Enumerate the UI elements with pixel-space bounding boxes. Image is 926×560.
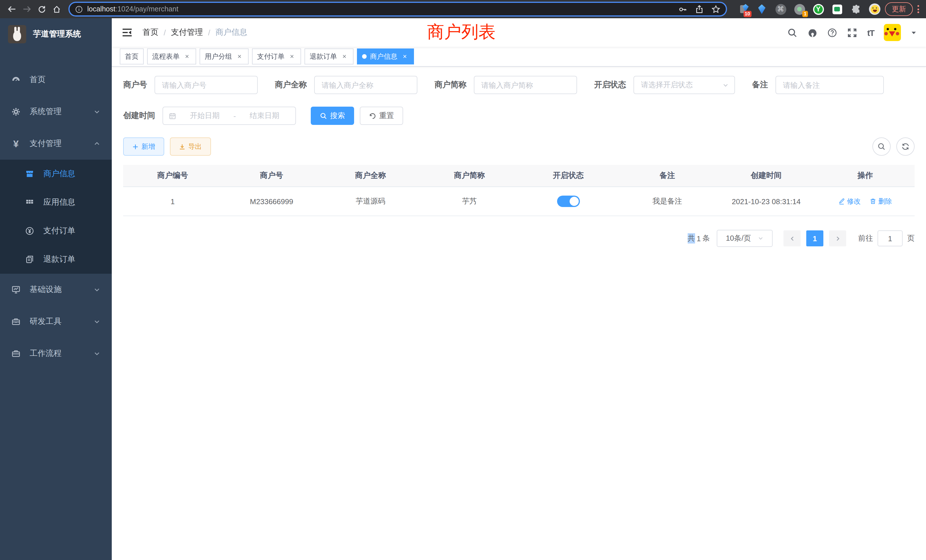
bookmark-star-icon[interactable] bbox=[712, 5, 720, 14]
prev-page-button[interactable] bbox=[784, 230, 800, 246]
extensions-puzzle-icon[interactable] bbox=[850, 3, 862, 15]
command-glyph: ⌘ bbox=[775, 4, 786, 15]
breadcrumb-home[interactable]: 首页 bbox=[142, 27, 159, 38]
sidebar-item-payment[interactable]: ¥ 支付管理 bbox=[0, 128, 112, 160]
header-search-icon[interactable] bbox=[787, 27, 798, 38]
toggle-search-button[interactable] bbox=[872, 138, 891, 156]
address-bar-actions bbox=[679, 5, 720, 14]
filter-row-2: 创建时间 开始日期 - 结束日期 搜索 bbox=[123, 107, 915, 125]
close-icon[interactable]: × bbox=[236, 53, 244, 61]
close-icon[interactable]: × bbox=[183, 53, 191, 61]
tab-merchant-info[interactable]: 商户信息 × bbox=[357, 48, 414, 64]
tab-user-group[interactable]: 用户分组 × bbox=[200, 48, 249, 64]
fullscreen-icon[interactable] bbox=[847, 27, 858, 38]
cell-merchant-no: M233666999 bbox=[222, 197, 321, 206]
sidebar-item-dev-tools[interactable]: 研发工具 bbox=[0, 306, 112, 338]
current-page-button[interactable]: 1 bbox=[806, 230, 823, 246]
close-icon[interactable]: × bbox=[401, 53, 409, 61]
share-icon[interactable] bbox=[695, 5, 704, 14]
page-unit: 页 bbox=[907, 233, 915, 244]
status-select[interactable]: 请选择开启状态 bbox=[634, 76, 735, 94]
sidebar-item-pay-orders[interactable]: 支付订单 bbox=[0, 217, 112, 245]
address-bar[interactable]: localhost:1024/pay/merchant bbox=[68, 2, 727, 17]
page-size-value: 10条/页 bbox=[726, 233, 751, 244]
merchant-table: 商户编号 商户号 商户全称 商户简称 开启状态 备注 创建时间 操作 1 M23… bbox=[123, 165, 915, 216]
goto-page-input[interactable] bbox=[878, 230, 903, 246]
extension-downloads-icon[interactable]: 10 bbox=[737, 3, 749, 15]
extension-balloon-icon[interactable] bbox=[756, 3, 767, 15]
avatar-caret-icon[interactable] bbox=[911, 29, 917, 36]
close-icon[interactable]: × bbox=[288, 53, 296, 61]
page-size-select[interactable]: 10条/页 bbox=[717, 230, 773, 247]
app-window: 芋道管理系统 首页 系统管理 bbox=[0, 18, 926, 560]
tab-pay-orders[interactable]: 支付订单 × bbox=[252, 48, 301, 64]
sidebar-item-label: 系统管理 bbox=[30, 107, 62, 117]
back-arrow-icon bbox=[8, 5, 17, 14]
browser-back-button[interactable] bbox=[5, 2, 20, 17]
sidebar-logo[interactable]: 芋道管理系统 bbox=[0, 18, 112, 50]
sidebar-item-home[interactable]: 首页 bbox=[0, 64, 112, 96]
reset-label: 重置 bbox=[379, 110, 394, 121]
sidebar-item-workflow[interactable]: 工作流程 bbox=[0, 338, 112, 369]
puzzle-icon bbox=[851, 4, 861, 14]
refresh-icon bbox=[369, 112, 376, 120]
font-size-icon[interactable]: tT bbox=[867, 28, 874, 37]
tab-home[interactable]: 首页 bbox=[120, 48, 144, 64]
extension-chat-icon[interactable] bbox=[831, 3, 843, 15]
browser-profile-avatar[interactable] bbox=[869, 3, 881, 15]
extension-command-icon[interactable]: ⌘ bbox=[775, 3, 786, 15]
sidebar-item-label: 研发工具 bbox=[30, 316, 62, 327]
delete-link[interactable]: 删除 bbox=[870, 197, 892, 206]
cell-merchant-id: 1 bbox=[123, 197, 222, 206]
sidebar-item-system[interactable]: 系统管理 bbox=[0, 96, 112, 128]
table-toolbar: 新增 导出 bbox=[123, 138, 915, 156]
browser-update-button[interactable]: 更新 bbox=[885, 2, 913, 16]
breadcrumb-payment[interactable]: 支付管理 bbox=[171, 27, 203, 38]
date-range-picker[interactable]: 开始日期 - 结束日期 bbox=[162, 107, 296, 125]
field-label: 商户简称 bbox=[434, 80, 466, 90]
tags-view-bar: 首页 流程表单 × 用户分组 × 支付订单 × 退款订单 × bbox=[112, 47, 926, 67]
short-name-input[interactable] bbox=[474, 76, 576, 94]
merchant-no-input[interactable] bbox=[155, 76, 257, 94]
sidebar-item-refund-orders[interactable]: 退款订单 bbox=[0, 245, 112, 274]
gear-icon bbox=[11, 107, 21, 117]
status-toggle[interactable] bbox=[557, 195, 580, 207]
breadcrumb: 首页 / 支付管理 / 商户信息 bbox=[142, 27, 247, 38]
plus-icon bbox=[132, 144, 139, 150]
site-info-icon[interactable] bbox=[75, 5, 83, 13]
browser-forward-button[interactable] bbox=[20, 2, 34, 17]
export-button[interactable]: 导出 bbox=[170, 138, 211, 156]
remark-input[interactable] bbox=[776, 76, 883, 94]
tab-label: 支付订单 bbox=[257, 51, 284, 61]
edit-link[interactable]: 修改 bbox=[838, 197, 861, 206]
refresh-table-button[interactable] bbox=[896, 138, 915, 156]
reset-button[interactable]: 重置 bbox=[360, 107, 403, 125]
edit-pencil-icon bbox=[838, 198, 845, 205]
user-avatar[interactable] bbox=[884, 24, 901, 41]
help-icon[interactable] bbox=[828, 27, 838, 38]
browser-reload-button[interactable] bbox=[34, 2, 49, 17]
tab-refund-orders[interactable]: 退款订单 × bbox=[304, 48, 354, 64]
sidebar-item-infrastructure[interactable]: 基础设施 bbox=[0, 274, 112, 306]
cell-remark: 我是备注 bbox=[618, 196, 717, 206]
sidebar-item-app-info[interactable]: 应用信息 bbox=[0, 188, 112, 217]
next-page-button[interactable] bbox=[829, 230, 846, 246]
full-name-input[interactable] bbox=[315, 76, 417, 94]
payment-submenu: 商户信息 应用信息 支付订单 bbox=[0, 160, 112, 274]
search-button[interactable]: 搜索 bbox=[311, 107, 354, 125]
tab-process-form[interactable]: 流程表单 × bbox=[147, 48, 196, 64]
add-button[interactable]: 新增 bbox=[123, 138, 164, 156]
browser-home-button[interactable] bbox=[49, 2, 64, 17]
close-icon[interactable]: × bbox=[340, 53, 348, 61]
extension-y-icon[interactable]: Y bbox=[813, 3, 824, 15]
extension-status-icon[interactable]: 1 bbox=[794, 3, 805, 15]
browser-menu-icon[interactable] bbox=[917, 5, 919, 13]
github-icon[interactable] bbox=[807, 27, 818, 38]
url-host: localhost bbox=[87, 5, 115, 13]
sidebar-item-merchant-info[interactable]: 商户信息 bbox=[0, 160, 112, 188]
info-circle-icon bbox=[75, 5, 83, 13]
password-key-icon[interactable] bbox=[679, 5, 687, 14]
cell-actions: 修改 删除 bbox=[816, 197, 915, 206]
sidebar-collapse-button[interactable] bbox=[121, 26, 133, 39]
field-label: 备注 bbox=[752, 80, 768, 90]
